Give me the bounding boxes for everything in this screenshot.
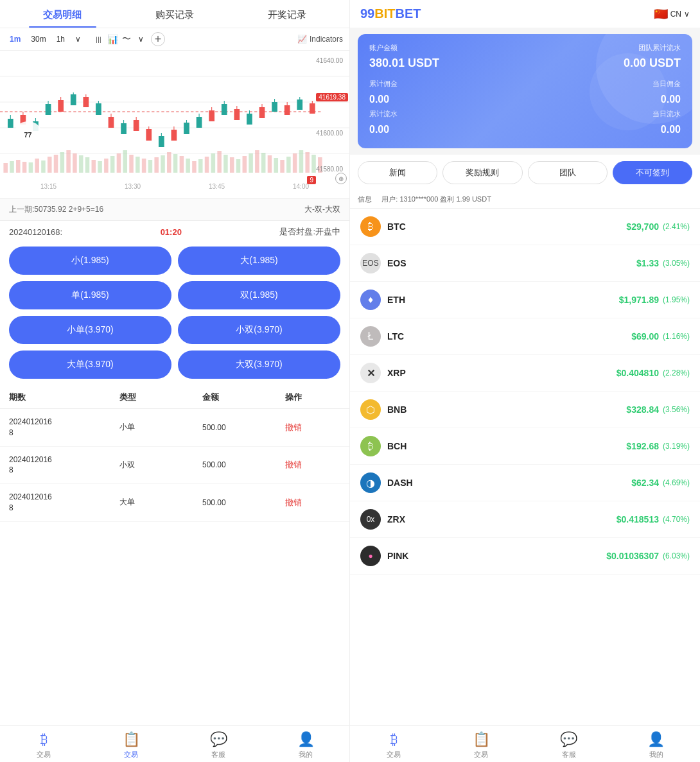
flag-icon: 🇨🇳 — [654, 7, 668, 21]
right-nav-bitcoin[interactable]: ₿ 交易 — [350, 731, 437, 759]
dash-icon: ◑ — [360, 472, 381, 493]
svg-rect-33 — [180, 156, 184, 173]
left-nav-profile[interactable]: 👤 我的 — [262, 731, 349, 759]
svg-text:77: 77 — [24, 132, 31, 139]
chart-type-dropdown[interactable]: ∨ — [135, 33, 147, 45]
ltc-name: LTC — [387, 331, 631, 342]
time-label-2: 13:45 — [209, 183, 225, 190]
indicators-button[interactable]: 📈 Indicators — [297, 35, 343, 44]
chart-add-icon[interactable]: + — [151, 32, 165, 46]
right-nav-support[interactable]: 💬 客服 — [525, 731, 613, 759]
svg-rect-97 — [259, 107, 265, 118]
bet-big[interactable]: 大(1.985) — [178, 247, 340, 275]
svg-rect-20 — [98, 161, 102, 173]
info-bar: 上一期:50735.92 2+9+5=16 大-双-大双 — [0, 198, 349, 221]
rewards-button[interactable]: 奖励规则 — [442, 161, 522, 184]
crypto-item-xrp[interactable]: ✕ XRP $0.404810 (2.28%) — [350, 355, 700, 392]
right-nav-profile-icon: 👤 — [647, 731, 665, 748]
right-nav-support-icon: 💬 — [560, 731, 577, 748]
crypto-item-dash[interactable]: ◑ DASH $62.34 (4.69%) — [350, 465, 700, 501]
right-nav-profile[interactable]: 👤 我的 — [613, 731, 700, 759]
bet-odd[interactable]: 单(1.985) — [9, 281, 171, 309]
eos-price: $1.33 — [636, 258, 659, 268]
tab-purchase-record[interactable]: 购买记录 — [119, 0, 231, 28]
crypto-item-bch[interactable]: ₿ BCH $192.68 (3.19%) — [350, 428, 700, 465]
bet-big-odd[interactable]: 大单(3.970) — [9, 351, 171, 379]
news-button[interactable]: 新闻 — [358, 161, 437, 184]
bet-small[interactable]: 小(1.985) — [9, 247, 171, 275]
svg-rect-42 — [236, 159, 241, 173]
ltc-change: (1.16%) — [663, 332, 690, 341]
col-header-period: 期数 — [9, 392, 119, 403]
crypto-item-eth[interactable]: ♦ ETH $1,971.89 (1.95%) — [350, 282, 700, 318]
bet-buttons-grid: 小(1.985) 大(1.985) 单(1.985) 双(1.985) 小单(3… — [0, 243, 349, 383]
row-1-cancel[interactable]: 撤销 — [285, 422, 340, 433]
svg-rect-85 — [184, 123, 189, 134]
row-1-amount: 500.00 — [202, 423, 285, 432]
time-label-0: 13:15 — [40, 183, 57, 190]
chart-type-bars-icon[interactable]: ⫼ — [94, 34, 103, 44]
svg-rect-41 — [230, 157, 234, 173]
svg-rect-24 — [123, 150, 127, 173]
crypto-item-btc[interactable]: ₿ BTC $29,700 (2.41%) — [350, 209, 700, 245]
bet-small-even[interactable]: 小双(3.970) — [178, 316, 340, 344]
svg-rect-36 — [198, 159, 203, 173]
svg-rect-31 — [167, 152, 171, 173]
svg-rect-44 — [249, 153, 253, 173]
left-nav-trade[interactable]: 📋 交易 — [87, 731, 175, 759]
svg-rect-48 — [274, 158, 278, 173]
site-logo: 99BITBET — [360, 6, 421, 21]
language-selector[interactable]: 🇨🇳 CN ∨ — [654, 7, 690, 21]
svg-rect-79 — [146, 129, 152, 141]
crypto-item-pink[interactable]: ● PINK $0.01036307 (6.03%) — [350, 538, 700, 575]
svg-rect-57 — [8, 119, 13, 128]
svg-rect-101 — [284, 105, 290, 115]
bet-even[interactable]: 双(1.985) — [178, 281, 340, 309]
col-header-amount: 金额 — [202, 392, 285, 403]
row-3-cancel[interactable]: 撤销 — [285, 497, 340, 508]
crypto-item-eos[interactable]: EOS EOS $1.33 (3.05%) — [350, 245, 700, 282]
crypto-item-ltc[interactable]: Ł LTC $69.00 (1.16%) — [350, 318, 700, 355]
eos-icon: EOS — [360, 253, 381, 273]
timeframe-1h[interactable]: 1h — [53, 33, 68, 45]
svg-rect-28 — [148, 160, 153, 173]
trade-list-icon: 📋 — [123, 731, 140, 748]
left-nav-bitcoin-label: 交易 — [37, 750, 51, 759]
bch-icon: ₿ — [360, 436, 381, 456]
bet-small-odd[interactable]: 小单(3.970) — [9, 316, 171, 344]
col-header-type: 类型 — [119, 392, 202, 403]
eos-change: (3.05%) — [663, 259, 690, 268]
team-button[interactable]: 团队 — [528, 161, 608, 184]
svg-rect-65 — [58, 100, 64, 112]
cumulative-commission-value: 0.00 — [369, 94, 525, 105]
timeframe-dropdown-arrow[interactable]: ∨ — [72, 33, 84, 45]
tab-trading-detail[interactable]: 交易明细 — [6, 0, 119, 28]
left-nav-support-label: 客服 — [211, 750, 225, 759]
chart-type-line-icon[interactable]: 〜 — [122, 33, 131, 45]
svg-rect-50 — [286, 157, 291, 173]
bet-big-even[interactable]: 大双(3.970) — [178, 351, 340, 379]
svg-rect-69 — [83, 97, 89, 107]
crosshair-icon[interactable]: ⊕ — [335, 173, 347, 184]
left-nav-support[interactable]: 💬 客服 — [175, 731, 262, 759]
row-1-type: 小单 — [119, 422, 202, 433]
btc-change: (2.41%) — [663, 222, 690, 231]
left-nav-bitcoin[interactable]: ₿ 交易 — [0, 731, 87, 759]
chart-type-candle-icon[interactable]: 📊 — [107, 34, 118, 44]
svg-rect-83 — [171, 130, 177, 141]
svg-rect-40 — [223, 155, 228, 173]
account-card: 账户金额 团队累计流水 380.01 USDT 0.00 USDT 累计佣金 当… — [358, 34, 692, 148]
crypto-item-zrx[interactable]: 0x ZRX $0.418513 (4.70%) — [350, 501, 700, 538]
timeframe-30m[interactable]: 30m — [28, 33, 49, 45]
timeframe-1m[interactable]: 1m — [6, 33, 24, 45]
zrx-icon: 0x — [360, 509, 381, 530]
svg-rect-45 — [255, 150, 259, 173]
tab-lottery-record[interactable]: 开奖记录 — [231, 0, 343, 28]
right-nav-trade[interactable]: 📋 交易 — [437, 731, 525, 759]
checkin-button[interactable]: 不可签到 — [613, 161, 692, 184]
left-nav-trade-label: 交易 — [124, 750, 138, 759]
right-nav-trade-label: 交易 — [474, 750, 488, 759]
crypto-item-bnb[interactable]: ⬡ BNB $328.84 (3.56%) — [350, 392, 700, 428]
price-label-top: 41640.00 — [316, 57, 348, 64]
row-2-cancel[interactable]: 撤销 — [285, 459, 340, 471]
